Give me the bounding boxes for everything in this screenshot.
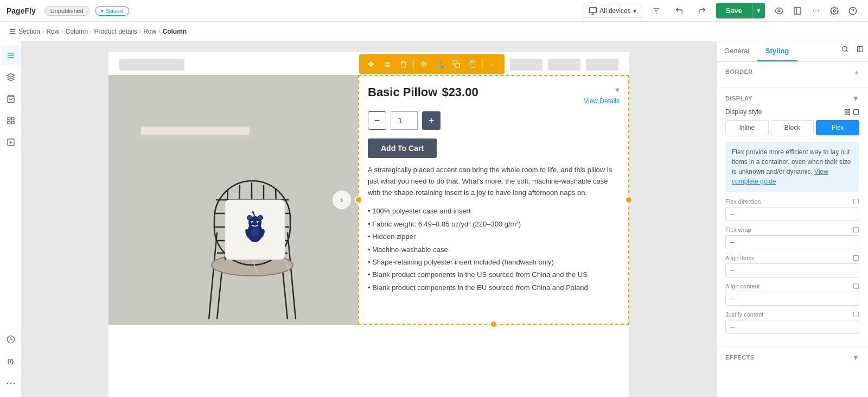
svg-rect-78 (854, 256, 859, 261)
save-dropdown-button[interactable]: ▾ (752, 3, 765, 18)
effects-toggle[interactable]: ▼ (852, 353, 859, 362)
quantity-increase-button[interactable]: + (422, 111, 441, 130)
breadcrumb-row-1[interactable]: Row (46, 28, 59, 35)
help-icon (848, 7, 857, 15)
plus-square-icon (7, 138, 15, 147)
breadcrumb-row-2[interactable]: Row (143, 28, 156, 35)
save-button[interactable]: Save (716, 3, 752, 18)
move-button[interactable]: ✥ (363, 56, 379, 72)
svg-rect-23 (11, 121, 14, 124)
product-title: Basic Pillow (368, 85, 437, 100)
sidebar-code-button[interactable]: {/} (1, 351, 21, 371)
quantity-input[interactable] (391, 111, 418, 130)
help-button[interactable] (844, 2, 861, 20)
collapse-btn[interactable]: ‹ (485, 56, 500, 72)
align-content-select[interactable]: -- flex-start flex-end center space-betw… (725, 292, 859, 306)
unpublished-badge: Unpublished (44, 6, 90, 16)
undo-button[interactable] (671, 2, 688, 20)
feature-4: • Machine-washable case (368, 243, 620, 256)
align-items-text: Align items (725, 255, 755, 261)
feature-7: • Blank product components in the EU sou… (368, 281, 620, 294)
duplicate-button[interactable]: ⧉ (380, 56, 395, 72)
product-title-row: Basic Pillow $23.00 ▾ View Details (368, 85, 620, 105)
monitor-icon (589, 7, 597, 15)
shop-icon (7, 94, 15, 103)
svg-point-6 (778, 10, 780, 12)
display-flex-button[interactable]: Flex (816, 120, 859, 135)
canvas-inner: › ✥ ⧉ ⚙ ⚓ (108, 52, 629, 397)
quantity-decrease-button[interactable]: − (368, 111, 386, 130)
expand-icon (857, 46, 864, 53)
sidebar-layers-button[interactable] (1, 67, 21, 87)
more-options-button[interactable]: ··· (807, 2, 825, 20)
svg-rect-73 (845, 112, 847, 115)
placeholder-bar-3 (548, 59, 580, 71)
product-features: • 100% polyester case and insert • Fabri… (368, 205, 620, 294)
display-section-toggle[interactable]: ▼ (852, 94, 859, 103)
svg-rect-21 (11, 117, 14, 120)
flex-wrap-select[interactable]: -- wrap nowrap wrap-reverse (725, 235, 859, 249)
clock-icon (7, 335, 15, 344)
sidebar-history-button[interactable] (1, 330, 21, 349)
align-items-select[interactable]: -- flex-start flex-end center baseline s… (725, 263, 859, 278)
sidebar-shop-button[interactable] (1, 89, 21, 109)
svg-point-53 (259, 216, 262, 219)
display-block-button[interactable]: Block (771, 120, 814, 135)
panel-search-button[interactable] (838, 41, 853, 56)
menu-breadcrumb-icon[interactable] (9, 28, 16, 35)
resize-handle-left[interactable] (355, 196, 362, 204)
breadcrumb-section[interactable]: Section (18, 28, 40, 35)
align-content-icon (853, 283, 859, 289)
feature-6: • Blank product components in the US sou… (368, 268, 620, 281)
settings-btn[interactable]: ⚙ (416, 56, 431, 72)
filter-icon-button[interactable] (648, 2, 665, 20)
settings-button[interactable] (826, 2, 843, 20)
svg-rect-7 (794, 8, 801, 14)
breadcrumb-product-details[interactable]: Product details (94, 28, 137, 35)
justify-content-field: Justify content -- flex-start flex-end c… (725, 311, 859, 334)
svg-point-52 (248, 216, 251, 219)
sidebar-more-button[interactable]: ⋯ (1, 373, 21, 393)
tab-general[interactable]: General (717, 41, 757, 61)
pages-button[interactable] (789, 2, 806, 20)
resize-handle-right[interactable] (625, 196, 633, 204)
view-details-link[interactable]: View Details (584, 97, 620, 105)
border-section-toggle[interactable]: ▲ (854, 69, 859, 75)
right-panel: General Styling BORDER ▲ DISPLAY ▼ (716, 41, 868, 397)
anchor-btn[interactable]: ⚓ (432, 56, 448, 72)
justify-content-select[interactable]: -- flex-start flex-end center space-betw… (725, 320, 859, 334)
border-section: BORDER ▲ (717, 62, 868, 87)
display-section-title: DISPLAY (725, 95, 752, 102)
copy-btn[interactable] (449, 56, 464, 72)
resize-handle-bottom[interactable] (490, 320, 497, 328)
sidebar-grid-button[interactable] (1, 111, 21, 130)
add-to-cart-button[interactable]: Add To Cart (368, 138, 437, 158)
effects-section-header: EFFECTS ▼ (717, 346, 868, 368)
sidebar-add-section-button[interactable] (1, 133, 21, 152)
preview-button[interactable] (770, 2, 788, 20)
align-content-label: Align content (725, 283, 859, 289)
flex-direction-select[interactable]: -- row column row-reverse column-reverse (725, 207, 859, 221)
align-items-label: Align items (725, 255, 859, 261)
sidebar-menu-button[interactable] (1, 46, 21, 65)
product-image-area: › (108, 75, 358, 325)
svg-rect-71 (845, 110, 847, 112)
redo-button[interactable] (693, 2, 711, 20)
carousel-next-button[interactable]: › (332, 190, 352, 210)
eye-icon (775, 7, 783, 15)
flex-wrap-icon (853, 226, 859, 233)
display-inline-button[interactable]: Inline (725, 120, 769, 135)
svg-rect-66 (471, 61, 474, 62)
save-button-group: Save ▾ (716, 3, 765, 18)
panel-expand-button[interactable] (853, 41, 868, 56)
placeholder-bar-1 (119, 59, 184, 71)
breadcrumb-column-2[interactable]: Column (163, 28, 187, 35)
toolbar-separator-1 (413, 59, 414, 70)
tab-styling[interactable]: Styling (757, 41, 797, 61)
svg-rect-69 (858, 46, 863, 52)
breadcrumb-column-1[interactable]: Column (66, 28, 88, 35)
delete-button[interactable] (396, 56, 411, 72)
devices-dropdown[interactable]: All devices ▾ (583, 4, 642, 18)
align-content-text: Align content (725, 283, 760, 289)
paste-btn[interactable] (465, 56, 480, 72)
